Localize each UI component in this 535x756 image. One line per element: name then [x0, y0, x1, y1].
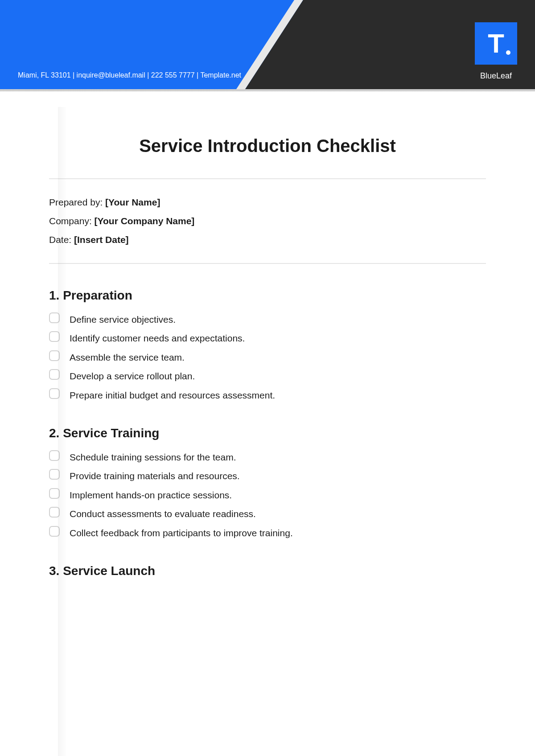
check-text: Assemble the service team. — [70, 350, 185, 364]
list-item: Identify customer needs and expectations… — [49, 331, 486, 345]
meta-company: Company: [Your Company Name] — [49, 216, 486, 226]
divider-mid — [49, 263, 486, 264]
list-item: Develop a service rollout plan. — [49, 369, 486, 382]
list-item: Assemble the service team. — [49, 350, 486, 364]
meta-prepared-value: [Your Name] — [105, 197, 160, 207]
header-brand: T BlueLeaf — [475, 22, 517, 81]
list-item: Prepare initial budget and resources ass… — [49, 388, 486, 402]
section-service-launch: 3. Service Launch — [49, 564, 486, 578]
checkbox-icon[interactable] — [49, 331, 60, 342]
checkbox-icon[interactable] — [49, 507, 60, 518]
check-text: Define service objectives. — [70, 312, 176, 326]
banner-gray-bar — [0, 89, 535, 91]
header-contact-info: Miami, FL 33101 | inquire@blueleaf.mail … — [18, 71, 241, 79]
meta-prepared-by: Prepared by: [Your Name] — [49, 197, 486, 208]
checkbox-icon[interactable] — [49, 488, 60, 499]
document-title: Service Introduction Checklist — [49, 136, 486, 156]
list-item: Collect feedback from participants to im… — [49, 526, 486, 539]
logo-dot-icon — [506, 50, 510, 55]
check-text: Develop a service rollout plan. — [70, 369, 195, 382]
meta-company-value: [Your Company Name] — [95, 216, 195, 226]
list-item: Define service objectives. — [49, 312, 486, 326]
section-service-training: 2. Service Training Schedule training se… — [49, 426, 486, 539]
meta-company-label: Company: — [49, 216, 95, 226]
check-text: Implement hands-on practice sessions. — [70, 488, 232, 501]
divider-top — [49, 178, 486, 179]
section-heading-preparation: 1. Preparation — [49, 288, 486, 303]
meta-date-value: [Insert Date] — [74, 234, 129, 245]
list-item: Implement hands-on practice sessions. — [49, 488, 486, 501]
logo-letter-icon: T — [488, 30, 504, 57]
checkbox-icon[interactable] — [49, 526, 60, 537]
check-text: Conduct assessments to evaluate readines… — [70, 507, 256, 520]
check-text: Collect feedback from participants to im… — [70, 526, 293, 539]
checkbox-icon[interactable] — [49, 469, 60, 480]
meta-prepared-label: Prepared by: — [49, 197, 105, 207]
checkbox-icon[interactable] — [49, 369, 60, 380]
logo-box: T — [475, 22, 517, 65]
section-heading-launch: 3. Service Launch — [49, 564, 486, 578]
list-item: Schedule training sessions for the team. — [49, 450, 486, 464]
header-banner: Miami, FL 33101 | inquire@blueleaf.mail … — [0, 0, 535, 91]
check-text: Identify customer needs and expectations… — [70, 331, 245, 345]
meta-date-label: Date: — [49, 234, 74, 245]
checkbox-icon[interactable] — [49, 312, 60, 323]
check-text: Prepare initial budget and resources ass… — [70, 388, 275, 402]
list-item: Provide training materials and resources… — [49, 469, 486, 482]
check-text: Schedule training sessions for the team. — [70, 450, 236, 464]
checkbox-icon[interactable] — [49, 388, 60, 399]
checkbox-icon[interactable] — [49, 450, 60, 461]
section-preparation: 1. Preparation Define service objectives… — [49, 288, 486, 402]
document-content: Service Introduction Checklist Prepared … — [0, 91, 535, 578]
meta-date: Date: [Insert Date] — [49, 234, 486, 245]
meta-block: Prepared by: [Your Name] Company: [Your … — [49, 197, 486, 245]
checkbox-icon[interactable] — [49, 350, 60, 361]
brand-name: BlueLeaf — [475, 71, 517, 81]
list-item: Conduct assessments to evaluate readines… — [49, 507, 486, 520]
check-text: Provide training materials and resources… — [70, 469, 240, 482]
section-heading-training: 2. Service Training — [49, 426, 486, 440]
